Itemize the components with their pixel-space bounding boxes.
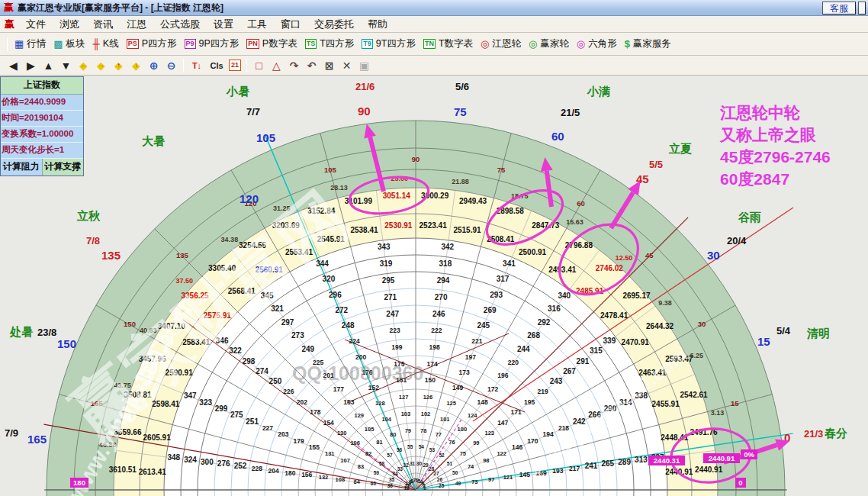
zoom-out-icon[interactable]: ⊖ xyxy=(162,57,180,74)
svg-text:75: 75 xyxy=(454,105,467,118)
svg-text:219: 219 xyxy=(538,388,548,395)
t-down-icon[interactable]: T↓ xyxy=(187,57,207,74)
menu-文件[interactable]: 文件 xyxy=(19,16,53,33)
svg-text:348: 348 xyxy=(167,453,180,462)
svg-text:105: 105 xyxy=(256,131,275,144)
svg-text:2605.91: 2605.91 xyxy=(143,433,172,442)
svg-text:148: 148 xyxy=(477,398,488,406)
svg-text:21/5: 21/5 xyxy=(561,107,580,118)
toolbar-item-p-table[interactable]: PNP数字表 xyxy=(243,36,301,52)
svg-text:292: 292 xyxy=(538,318,551,327)
toolbar-item-winner-wheel[interactable]: ◎赢家轮 xyxy=(525,36,573,52)
toolbar-item-sectors[interactable]: ▩板块 xyxy=(50,36,88,52)
triangle-tool-icon[interactable]: △ xyxy=(268,57,285,74)
svg-text:300: 300 xyxy=(201,458,214,466)
p-square-icon: PS xyxy=(127,39,139,49)
menu-设置[interactable]: 设置 xyxy=(207,16,240,33)
svg-text:60: 60 xyxy=(577,199,585,208)
svg-text:341: 341 xyxy=(503,259,516,268)
menu-交易委托[interactable]: 交易委托 xyxy=(307,16,361,33)
svg-text:241: 241 xyxy=(585,462,598,470)
svg-text:2500.91: 2500.91 xyxy=(519,248,547,256)
svg-text:196: 196 xyxy=(497,372,508,379)
toolbar-item-9t-square[interactable]: T99T四方形 xyxy=(358,36,420,52)
svg-text:317: 317 xyxy=(497,275,510,283)
menu-浏览[interactable]: 浏览 xyxy=(53,16,86,33)
rotate-ccw-icon[interactable]: ↶ xyxy=(303,57,320,74)
calendar-icon[interactable]: 21 xyxy=(229,60,241,71)
svg-text:58: 58 xyxy=(379,461,385,466)
svg-text:299: 299 xyxy=(215,404,228,413)
rect-tool-icon[interactable]: □ xyxy=(250,57,268,74)
toolbar-item-9p-square[interactable]: P99P四方形 xyxy=(181,36,243,52)
svg-text:322: 322 xyxy=(229,346,242,355)
toolbar-item-winner-service[interactable]: $赢家服务 xyxy=(621,36,675,52)
menu-窗口[interactable]: 窗口 xyxy=(274,16,307,33)
calc-resistance-button[interactable]: 计算阻力 xyxy=(1,159,43,176)
svg-text:228: 228 xyxy=(252,465,262,472)
svg-text:126: 126 xyxy=(423,394,433,401)
menu-江恩[interactable]: 江恩 xyxy=(120,16,153,33)
svg-text:273: 273 xyxy=(291,331,304,340)
menu-公式选股[interactable]: 公式选股 xyxy=(153,16,207,33)
svg-text:52: 52 xyxy=(439,453,445,458)
menu-工具[interactable]: 工具 xyxy=(240,16,274,33)
svg-text:2644.32: 2644.32 xyxy=(646,322,674,330)
svg-text:2613.41: 2613.41 xyxy=(139,468,167,476)
nav-up-icon[interactable]: ▲ xyxy=(40,57,57,74)
svg-text:204: 204 xyxy=(268,467,279,475)
rotate-cw-icon[interactable]: ↷ xyxy=(285,57,303,74)
toolbar-item-kline[interactable]: ╫K线 xyxy=(89,36,123,52)
toolbar-item-hexagon[interactable]: ◎六角形 xyxy=(573,36,621,52)
svg-text:252: 252 xyxy=(234,462,247,470)
svg-text:105: 105 xyxy=(324,166,337,174)
titlebar-partial-button[interactable] xyxy=(858,2,866,14)
svg-text:149: 149 xyxy=(452,384,463,391)
calc-support-button[interactable]: 计算支撑 xyxy=(43,159,84,176)
cls-button[interactable]: Cls xyxy=(207,57,227,74)
svg-text:130: 130 xyxy=(337,430,347,436)
svg-text:100: 100 xyxy=(458,426,468,433)
toolbar-item-t-table[interactable]: TNT数字表 xyxy=(420,36,477,52)
svg-text:198: 198 xyxy=(429,343,439,351)
hexagon-label: 六角形 xyxy=(588,37,617,50)
svg-text:26: 26 xyxy=(437,477,443,482)
svg-text:223: 223 xyxy=(389,327,400,334)
customer-service-button[interactable]: 客服 xyxy=(822,2,856,14)
svg-text:12: 12 xyxy=(403,485,410,491)
svg-text:199: 199 xyxy=(391,343,402,351)
toolbar-item-gann-wheel[interactable]: ◎江恩轮 xyxy=(477,36,525,52)
toolbar-item-p-square[interactable]: PSP四方形 xyxy=(123,36,181,52)
svg-text:84: 84 xyxy=(353,478,360,485)
box-select-icon[interactable]: ⊠ xyxy=(320,57,338,74)
svg-text:春分: 春分 xyxy=(824,427,847,440)
diamond-down-icon[interactable]: ◆↓ xyxy=(127,57,145,74)
svg-text:107: 107 xyxy=(340,457,350,464)
svg-text:81: 81 xyxy=(376,439,382,446)
zoom-in-icon[interactable]: ⊕ xyxy=(145,57,162,74)
fit-icon[interactable]: ✕ xyxy=(338,57,355,74)
menu-帮助[interactable]: 帮助 xyxy=(361,16,394,33)
diamond-right-icon[interactable]: ◆→ xyxy=(92,57,110,74)
nav-next-icon[interactable]: ▶ xyxy=(22,57,40,74)
diamond-left-icon[interactable]: ◆← xyxy=(75,57,92,74)
svg-text:265: 265 xyxy=(601,459,614,468)
diamond-right-icon-arrow: → xyxy=(92,57,110,74)
svg-text:75: 75 xyxy=(497,166,506,174)
svg-text:251: 251 xyxy=(246,417,259,426)
nav-prev-icon[interactable]: ◀ xyxy=(5,57,22,74)
menu-资讯[interactable]: 资讯 xyxy=(86,16,120,33)
svg-text:320: 320 xyxy=(323,275,336,283)
svg-text:171: 171 xyxy=(511,408,522,416)
svg-text:224: 224 xyxy=(349,337,360,345)
svg-text:97: 97 xyxy=(488,476,494,483)
toolbar-item-t-square[interactable]: TST四方形 xyxy=(301,36,358,52)
svg-text:174: 174 xyxy=(427,360,438,368)
clear-icon[interactable]: ▣ xyxy=(355,57,373,74)
nav-down-icon[interactable]: ▼ xyxy=(57,57,75,74)
svg-text:28.13: 28.13 xyxy=(330,184,348,192)
9t-square-label: 9T四方形 xyxy=(376,37,416,50)
diamond-up-icon[interactable]: ◆↑ xyxy=(110,57,127,74)
toolbar-item-quotes[interactable]: ▦行情 xyxy=(11,36,50,52)
svg-text:323: 323 xyxy=(199,398,212,407)
